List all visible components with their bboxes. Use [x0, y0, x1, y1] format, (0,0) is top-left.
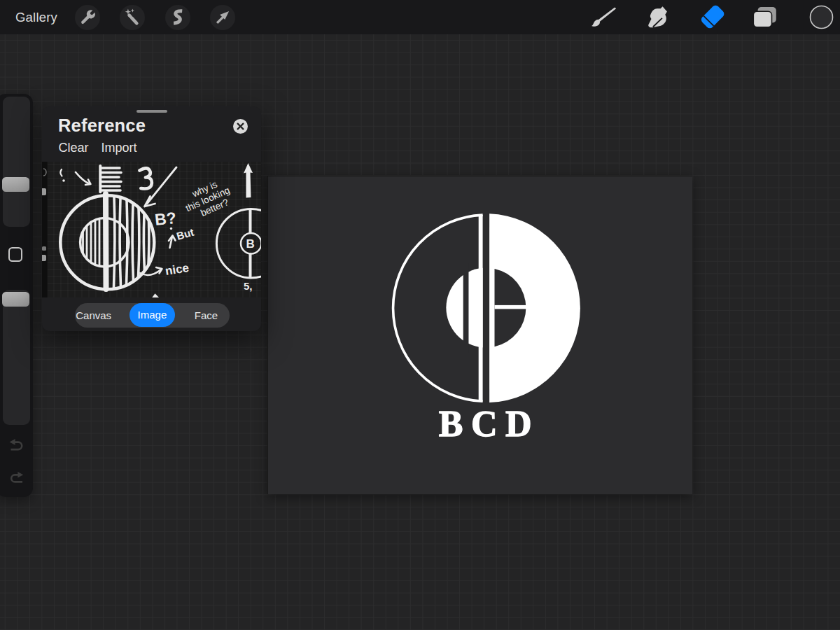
- svg-text:B?: B?: [154, 209, 177, 229]
- svg-text:5,: 5,: [244, 280, 253, 292]
- svg-text:B: B: [246, 237, 255, 251]
- svg-text:BCD: BCD: [439, 404, 540, 444]
